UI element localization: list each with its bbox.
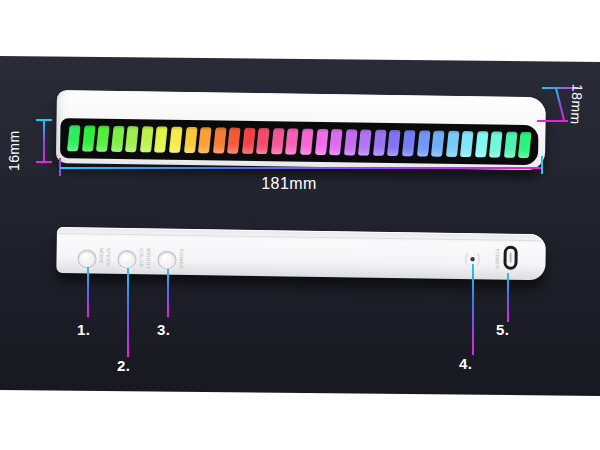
callout-line-5 [507,273,509,322]
power-button [157,250,176,269]
callout-label-1: 1. [77,321,91,338]
length-dimension-label: 181mm [243,175,335,193]
length-dimension-tick-right [541,156,543,174]
color-bright-button [117,250,136,269]
led-segment [242,128,255,154]
led-segment [387,130,400,156]
led-segment [518,132,531,158]
height-dimension-line [43,119,45,163]
led-segment [475,131,488,157]
led-segment [82,125,95,151]
led-segment [300,129,313,155]
led-segment [154,126,167,152]
length-dimension-line [60,167,542,169]
callout-line-2 [127,268,129,357]
led-segment [213,127,226,153]
callout-label-3: 3. [157,321,171,338]
led-segment [125,126,138,152]
led-segment [358,130,371,156]
led-strip [60,118,539,165]
led-segment [96,126,109,152]
led-segment [271,128,284,154]
light-bar-top-view [56,90,546,170]
led-segment [446,131,459,157]
led-segment [169,127,182,153]
callout-line-3 [167,269,169,317]
callout-label-4: 4. [459,355,473,372]
led-segment [329,129,342,155]
height-dimension-tick-bottom [36,161,52,163]
led-segment [373,130,386,156]
led-segment [183,127,196,153]
led-segment [67,125,80,151]
product-diagram: 16mm 181mm 18mm MODE SPEED COLOR BRIGHT … [0,0,600,450]
height-dimension-label: 16mm [6,111,22,171]
led-segment [416,130,429,156]
callout-label-5: 5. [496,321,510,338]
led-segment [344,129,357,155]
led-segment [111,126,124,152]
led-segment [256,128,269,154]
mode-speed-engraving: MODE SPEED [97,248,111,267]
led-segment [198,127,211,153]
led-segment [402,130,415,156]
led-segment [460,131,473,157]
power-engraving: POWER [177,249,184,269]
callout-line-4 [472,264,474,355]
mode-speed-button [77,249,96,268]
callout-label-2: 2. [117,357,131,374]
port-engraving: POWER [493,248,500,268]
led-segment [504,132,517,158]
usb-c-port [503,246,517,270]
led-segment [489,131,502,157]
led-segment [431,131,444,157]
led-segment [285,128,298,154]
depth-dimension-tick-bottom [537,120,568,122]
callout-line-1 [87,267,89,317]
led-segment [314,129,327,155]
backdrop-band [0,0,600,450]
led-segment [227,128,240,154]
color-bright-engraving: COLOR BRIGHT [137,248,151,269]
led-segment [140,126,153,152]
